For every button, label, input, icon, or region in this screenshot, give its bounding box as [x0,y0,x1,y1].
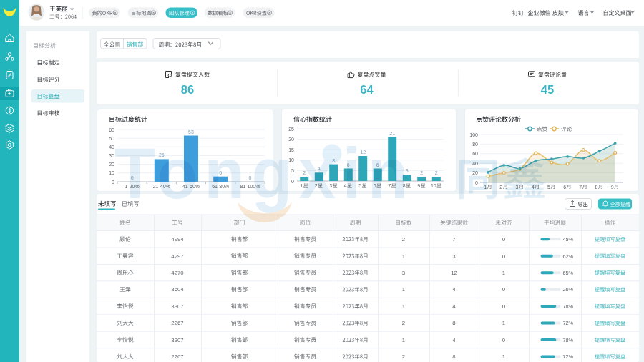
svg-text:3307: 3307 [171,303,183,310]
svg-text:0: 0 [131,175,134,180]
svg-text:10: 10 [431,183,436,188]
svg-text:0: 0 [502,303,506,310]
svg-text:4: 4 [532,185,535,190]
svg-text:0: 0 [502,337,506,343]
svg-text:81-100%: 81-100% [240,184,260,189]
svg-text:5: 5 [291,168,294,173]
svg-text:0: 0 [502,253,506,260]
svg-text:45: 45 [541,83,554,96]
svg-text:4994: 4994 [171,236,184,243]
svg-text:2: 2 [420,170,423,175]
svg-text:4: 4 [452,303,456,310]
svg-text:9: 9 [417,183,420,188]
svg-text:3: 3 [329,183,332,188]
svg-text:0: 0 [112,180,114,185]
svg-text:78%: 78% [563,337,574,343]
svg-text:2: 2 [402,236,405,243]
svg-text:4: 4 [344,183,347,188]
svg-text:7: 7 [452,236,455,243]
svg-text:21-40%: 21-40% [153,184,170,189]
svg-text:20: 20 [288,137,294,142]
svg-text:4297: 4297 [171,253,183,260]
svg-text:10: 10 [109,170,114,175]
svg-text:1: 1 [502,320,505,326]
svg-text:2: 2 [402,353,405,360]
svg-text:8: 8 [332,158,335,163]
svg-text:8: 8 [452,320,455,326]
svg-text:65%: 65% [563,270,574,276]
svg-text:26%: 26% [563,286,574,293]
svg-text:8: 8 [452,353,455,360]
svg-text:72%: 72% [563,320,574,326]
svg-text:8: 8 [595,185,598,190]
svg-text:8: 8 [403,183,406,188]
svg-text:0: 0 [291,179,294,184]
svg-text:5: 5 [547,185,550,190]
svg-text:1: 1 [402,303,405,310]
svg-text:6: 6 [376,162,379,167]
svg-text:1: 1 [402,253,405,260]
svg-text:3: 3 [516,185,519,190]
svg-text:0: 0 [475,180,478,185]
svg-text:12: 12 [451,270,457,276]
svg-text:1: 1 [484,185,487,190]
svg-text:5: 5 [358,183,361,188]
svg-text:7: 7 [388,183,391,188]
svg-text:3604: 3604 [171,286,184,293]
svg-text:30: 30 [109,153,114,158]
svg-text:80: 80 [472,142,478,147]
svg-text:3: 3 [406,168,409,173]
svg-text:6: 6 [374,183,376,188]
svg-text:60: 60 [109,127,114,132]
svg-text:1: 1 [300,183,303,188]
svg-text:72%: 72% [563,353,574,360]
svg-text:0: 0 [502,236,506,243]
svg-text:4: 4 [452,337,456,343]
svg-text:40: 40 [109,145,114,150]
svg-text:20: 20 [109,162,114,167]
svg-text:1: 1 [402,337,405,343]
svg-text:0: 0 [502,286,506,293]
svg-text:1: 1 [402,286,405,293]
svg-text:1: 1 [502,353,505,360]
svg-text:1-20%: 1-20% [125,184,139,189]
svg-text:61-80%: 61-80% [212,184,229,189]
svg-text:100: 100 [469,132,478,137]
svg-text:7: 7 [579,185,582,190]
svg-text:4: 4 [318,166,321,171]
svg-text:15: 15 [288,147,294,152]
svg-text:21: 21 [389,131,395,136]
svg-text:2267: 2267 [171,320,183,326]
svg-text:2: 2 [499,185,502,190]
svg-text:6: 6 [347,162,350,167]
svg-text:26: 26 [159,152,165,157]
svg-text:62%: 62% [563,253,574,260]
svg-text:86: 86 [181,83,194,96]
svg-text:9: 9 [611,185,614,190]
svg-text:45%: 45% [563,236,574,243]
svg-text:2: 2 [315,183,318,188]
svg-text:2267: 2267 [171,353,183,360]
svg-text:2: 2 [435,170,438,175]
svg-text:4270: 4270 [171,270,184,276]
svg-text:2: 2 [303,170,306,175]
svg-text:50: 50 [109,136,114,141]
svg-text:25: 25 [288,127,294,132]
svg-text:6: 6 [219,170,222,175]
svg-text:12: 12 [360,150,366,155]
svg-text:2: 2 [402,320,405,326]
svg-text:1: 1 [502,270,505,276]
svg-text:3307: 3307 [171,337,183,343]
svg-text:10: 10 [288,157,294,162]
svg-text:41-60%: 41-60% [182,184,200,189]
svg-text:3: 3 [402,270,405,276]
svg-text:53: 53 [188,129,194,134]
svg-text:64: 64 [360,83,374,96]
svg-text:78%: 78% [563,303,574,310]
svg-text:40: 40 [472,161,478,166]
svg-text:3: 3 [452,253,455,260]
svg-text:0: 0 [248,175,251,180]
svg-text:60: 60 [472,151,478,156]
svg-text:6: 6 [563,185,566,190]
svg-text:20: 20 [472,170,478,175]
